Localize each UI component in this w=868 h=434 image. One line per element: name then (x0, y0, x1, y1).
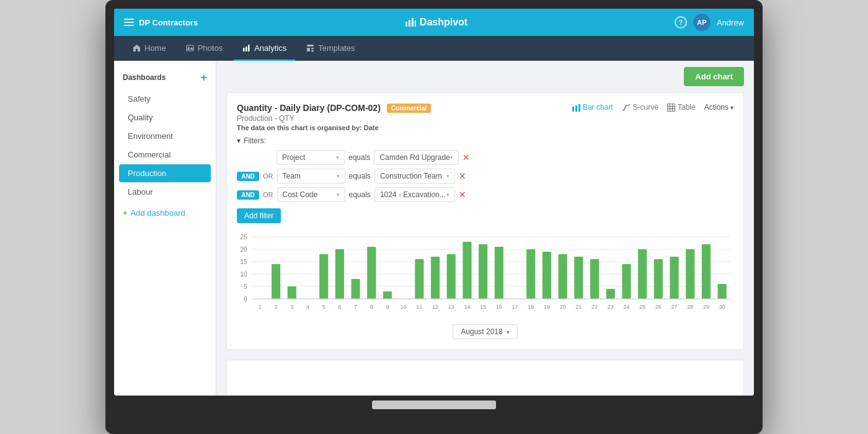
chart-title: Quantity - Daily Diary (DP-COM-02) (237, 103, 381, 113)
svg-rect-63 (526, 249, 535, 299)
filter-value-0[interactable]: Camden Rd Upgrade ▾ (374, 150, 458, 165)
svg-rect-14 (575, 105, 577, 112)
view-option-s-curve[interactable]: S-curve (622, 103, 658, 112)
actions-dropdown[interactable]: Actions ▾ (704, 103, 733, 112)
sidebar-item-labour[interactable]: Labour (119, 183, 211, 201)
filter-value-1[interactable]: Construction Team ▾ (374, 169, 455, 184)
month-chevron-icon: ▾ (507, 329, 510, 335)
filter-remove-1[interactable]: ✕ (459, 171, 466, 181)
filter-row-2: AND OR Cost Code ▾ equals 1024 - Excavat… (237, 187, 733, 202)
user-name: Andrew (717, 18, 744, 27)
svg-rect-71 (590, 259, 599, 299)
nav-item-photos[interactable]: Photos (177, 36, 231, 61)
help-button[interactable]: ? (675, 16, 687, 29)
svg-text:1: 1 (259, 304, 262, 310)
dropdown-arrow-icon: ▾ (336, 154, 339, 161)
svg-text:17: 17 (512, 304, 518, 310)
svg-text:26: 26 (655, 304, 662, 310)
nav-item-home[interactable]: Home (124, 36, 175, 61)
nav-item-analytics[interactable]: Analytics (234, 36, 295, 61)
dropdown-arrow-icon: ▾ (337, 192, 340, 198)
svg-text:14: 14 (464, 304, 470, 310)
svg-text:15: 15 (240, 259, 247, 265)
sidebar-item-environment[interactable]: Environment (119, 127, 211, 145)
svg-text:6: 6 (338, 304, 341, 310)
view-option-table[interactable]: Table (667, 103, 696, 112)
svg-rect-45 (367, 247, 376, 299)
app-name: Dashpivot (420, 17, 467, 28)
svg-rect-4 (187, 45, 193, 51)
filter-field-2[interactable]: Cost Code ▾ (277, 187, 345, 202)
filter-connector-2: AND (237, 190, 259, 200)
table-view-icon (667, 104, 675, 112)
svg-rect-9 (307, 45, 314, 46)
svg-text:16: 16 (496, 304, 502, 310)
sidebar-item-commercial[interactable]: Commercial (119, 146, 211, 164)
hamburger-icon[interactable] (124, 19, 134, 26)
chart-card: Quantity - Daily Diary (DP-COM-02) Comme… (226, 92, 744, 350)
view-option-bar-chart[interactable]: Bar chart (572, 103, 613, 112)
filter-field-1[interactable]: Team ▾ (277, 169, 345, 184)
svg-text:5: 5 (322, 304, 326, 310)
filters-section: ▾ Filters: Project ▾ equals (237, 136, 733, 223)
svg-text:10: 10 (240, 271, 247, 278)
add-chart-button[interactable]: Add chart (684, 67, 744, 86)
filter-remove-2[interactable]: ✕ (459, 190, 466, 200)
svg-text:9: 9 (386, 304, 389, 310)
svg-rect-0 (405, 22, 407, 27)
filter-row-1: AND OR Team ▾ equals Construction Team ▾ (237, 169, 733, 184)
trackpad (372, 401, 496, 409)
svg-text:20: 20 (560, 304, 566, 310)
add-dashboard-plus-button[interactable]: + (200, 72, 207, 83)
sidebar: Dashboards + Safety Quality Environment … (114, 61, 216, 396)
svg-text:25: 25 (639, 304, 645, 310)
dropdown-arrow-icon: ▾ (446, 192, 450, 198)
svg-rect-87 (718, 284, 727, 299)
svg-text:2: 2 (275, 304, 278, 310)
add-dashboard-button[interactable]: + Add dashboard (114, 203, 216, 223)
filters-toggle[interactable]: ▾ Filters: (237, 136, 733, 145)
filter-field-0[interactable]: Project ▾ (277, 150, 345, 165)
svg-rect-67 (559, 254, 567, 299)
dropdown-arrow-icon: ▾ (337, 173, 340, 179)
svg-rect-83 (686, 249, 694, 299)
svg-rect-52 (431, 257, 440, 299)
navbar: Home Photos Analytics Templates (114, 36, 754, 61)
svg-rect-56 (463, 242, 471, 299)
nav-item-templates[interactable]: Templates (298, 36, 363, 61)
svg-text:7: 7 (354, 304, 357, 310)
filter-connector-1: AND (237, 172, 259, 181)
filter-value-2[interactable]: 1024 - Excavation... ▾ (374, 187, 455, 202)
svg-text:3: 3 (290, 304, 293, 310)
chevron-down-icon: ▾ (730, 104, 733, 111)
filter-operator-1: equals (349, 172, 371, 180)
filter-chevron-icon: ▾ (237, 136, 241, 145)
filter-remove-0[interactable]: ✕ (463, 153, 470, 162)
svg-rect-2 (412, 18, 414, 27)
month-dropdown[interactable]: August 2018 ▾ (453, 324, 517, 339)
svg-text:15: 15 (480, 304, 486, 310)
filter-row-0: Project ▾ equals Camden Rd Upgrade ▾ ✕ (237, 150, 733, 165)
sidebar-item-quality[interactable]: Quality (119, 108, 211, 126)
dropdown-arrow-icon: ▾ (450, 154, 453, 161)
sidebar-item-safety[interactable]: Safety (119, 90, 211, 108)
svg-rect-77 (638, 249, 647, 299)
svg-rect-85 (702, 244, 711, 299)
photos-icon (186, 44, 194, 52)
add-filter-button[interactable]: Add filter (237, 208, 281, 223)
svg-rect-10 (307, 48, 310, 51)
sidebar-item-production[interactable]: Production (119, 164, 211, 182)
filter-operator-2: equals (349, 190, 371, 199)
svg-rect-12 (311, 50, 314, 52)
svg-text:30: 30 (719, 304, 725, 310)
svg-rect-75 (622, 264, 631, 299)
svg-rect-73 (606, 289, 615, 299)
svg-rect-34 (272, 264, 280, 299)
content-area: Add chart Quantity - Daily Diary (DP-COM… (216, 61, 754, 396)
chart-title-section: Quantity - Daily Diary (DP-COM-02) Comme… (237, 103, 431, 131)
avatar[interactable]: AP (693, 14, 711, 31)
chart-area: 25 20 15 10 5 0 (237, 231, 733, 339)
svg-rect-8 (248, 45, 250, 51)
filter-operator-0: equals (348, 153, 370, 162)
chart-view-options: Bar chart S-curve Table Acti (572, 103, 733, 112)
